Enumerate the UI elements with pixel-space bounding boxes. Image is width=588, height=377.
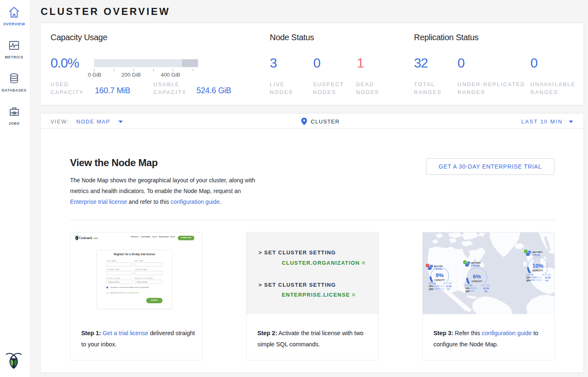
svg-text:8.8: 8.8 bbox=[484, 290, 487, 292]
svg-text:CPU: CPU bbox=[526, 276, 531, 279]
svg-text:3.2 GiB: 3.2 GiB bbox=[428, 282, 436, 285]
svg-text:10.3%: 10.3% bbox=[545, 276, 551, 279]
svg-text:3.7 GiB: 3.7 GiB bbox=[465, 284, 472, 287]
svg-text:Cockroach: Cockroach bbox=[79, 236, 92, 240]
svg-text:10%: 10% bbox=[532, 263, 543, 269]
svg-text:QPS: QPS bbox=[526, 279, 531, 282]
svg-text:35.1 GiB: 35.1 GiB bbox=[443, 282, 452, 285]
svg-text:QPS: QPS bbox=[465, 290, 470, 292]
svg-text:LABS: LABS bbox=[93, 237, 98, 239]
svg-text:QPS: QPS bbox=[429, 288, 433, 290]
svg-text:2 Nodes: 2 Nodes bbox=[434, 268, 443, 270]
svg-text:42.5%: 42.5% bbox=[483, 287, 489, 290]
svg-text:43.7 GiB: 43.7 GiB bbox=[481, 284, 490, 287]
svg-text:36.4 GiB: 36.4 GiB bbox=[542, 273, 551, 276]
svg-text:11.0%: 11.0% bbox=[446, 285, 452, 288]
svg-text:CPU: CPU bbox=[465, 287, 470, 290]
svg-text:3.6 GiB: 3.6 GiB bbox=[526, 273, 533, 276]
svg-text:9%: 9% bbox=[436, 272, 444, 278]
svg-text:1 Node: 1 Node bbox=[532, 254, 540, 256]
svg-text:CAPACITY: CAPACITY bbox=[434, 279, 445, 281]
svg-text:2 Nodes: 2 Nodes bbox=[471, 264, 480, 267]
svg-text:CAPACITY: CAPACITY bbox=[472, 280, 482, 283]
svg-text:CPU: CPU bbox=[429, 285, 433, 288]
svg-text:geo=sfo: geo=sfo bbox=[434, 265, 443, 267]
svg-text:geo=nyc: geo=nyc bbox=[471, 261, 480, 264]
svg-text:0.4: 0.4 bbox=[545, 279, 548, 282]
svg-text:CAPACITY: CAPACITY bbox=[532, 270, 543, 272]
svg-text:6%: 6% bbox=[473, 273, 481, 280]
svg-text:geo=ams: geo=ams bbox=[532, 251, 542, 253]
svg-text:4.7: 4.7 bbox=[447, 288, 450, 290]
